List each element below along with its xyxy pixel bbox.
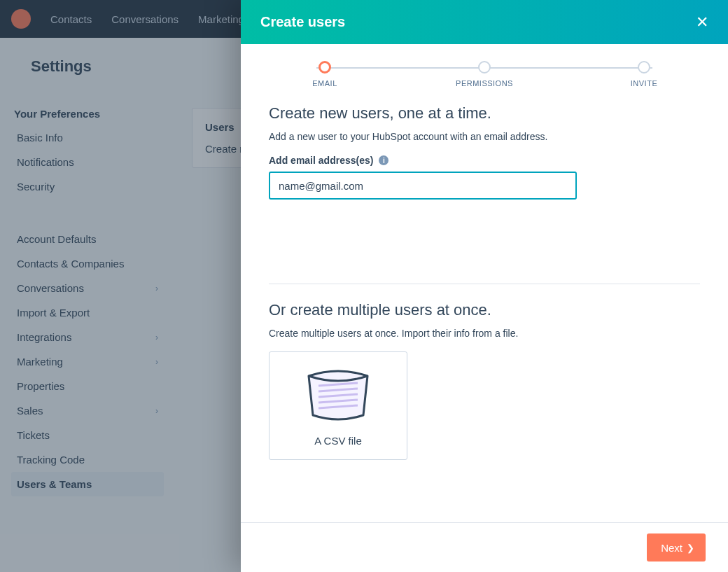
- chevron-right-icon: ❯: [687, 543, 694, 553]
- modal-body: EMAIL PERMISSIONS INVITE Create new user…: [241, 44, 728, 522]
- step-invite[interactable]: INVITE: [602, 61, 686, 88]
- close-icon[interactable]: ✕: [696, 15, 708, 30]
- step-label: EMAIL: [312, 79, 337, 88]
- next-button-label: Next: [661, 542, 682, 554]
- step-label: PERMISSIONS: [456, 79, 513, 88]
- modal-title: Create users: [260, 14, 345, 30]
- email-input[interactable]: [269, 172, 577, 200]
- modal-footer: Next ❯: [241, 522, 728, 572]
- modal-header: Create users ✕: [241, 0, 728, 44]
- csv-import-card[interactable]: A CSV file: [269, 351, 407, 460]
- step-circle-icon: [638, 61, 650, 74]
- step-circle-icon: [478, 61, 491, 74]
- step-permissions[interactable]: PERMISSIONS: [442, 61, 526, 88]
- create-users-modal: Create users ✕ EMAIL PERMISSIONS INVITE …: [241, 0, 728, 572]
- email-field-label-text: Add email address(es): [269, 155, 373, 166]
- info-icon[interactable]: i: [379, 155, 388, 165]
- csv-card-caption: A CSV file: [279, 435, 397, 447]
- step-label: INVITE: [631, 79, 657, 88]
- next-button[interactable]: Next ❯: [647, 533, 706, 561]
- csv-file-icon: [279, 362, 397, 426]
- email-field-label: Add email address(es) i: [269, 155, 700, 166]
- multi-user-heading: Or create multiple users at once.: [269, 301, 700, 319]
- step-circle-icon: [318, 61, 331, 74]
- step-email[interactable]: EMAIL: [283, 61, 367, 88]
- multi-user-desc: Create multiple users at once. Import th…: [269, 328, 700, 339]
- single-user-desc: Add a new user to your HubSpot account w…: [269, 131, 700, 142]
- section-divider: [269, 284, 700, 284]
- stepper: EMAIL PERMISSIONS INVITE: [283, 61, 686, 88]
- single-user-heading: Create new users, one at a time.: [269, 104, 700, 123]
